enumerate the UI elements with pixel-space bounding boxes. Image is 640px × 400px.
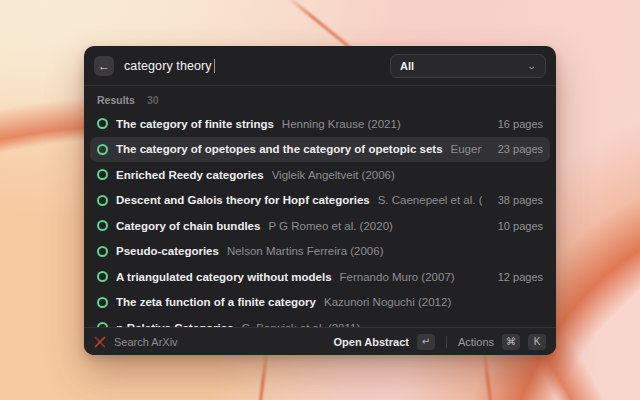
titlebar: ← category theory All ⌄ xyxy=(84,46,556,86)
status-ring-icon xyxy=(97,246,108,257)
paper-title: The category of finite strings xyxy=(116,118,274,130)
paper-author: P G Romeo et al. (2020) xyxy=(268,220,392,232)
paper-title: A triangulated category without models xyxy=(116,271,332,283)
paper-author: Kazunori Noguchi (2012) xyxy=(324,296,451,308)
enter-keycap: ↵ xyxy=(417,334,435,350)
search-input[interactable]: category theory xyxy=(124,59,380,73)
k-keycap: K xyxy=(528,334,546,350)
results-label: Results xyxy=(97,94,135,106)
status-ring-icon xyxy=(97,195,108,206)
background-swirl-line xyxy=(259,350,269,400)
paper-author: Nelson Martins Ferreira (2006) xyxy=(227,245,384,257)
actions-button[interactable]: Actions xyxy=(458,336,494,348)
status-ring-icon xyxy=(97,271,108,282)
paper-pages: 10 pages xyxy=(498,220,543,232)
status-ring-icon xyxy=(97,220,108,231)
paper-title: The zeta function of a finite category xyxy=(116,296,316,308)
background-swirl-line xyxy=(483,350,493,400)
filter-dropdown[interactable]: All ⌄ xyxy=(390,54,546,78)
arxiv-x-icon xyxy=(94,336,106,348)
back-button[interactable]: ← xyxy=(94,56,114,76)
list-item[interactable]: A triangulated category without models F… xyxy=(90,264,550,290)
cmd-keycap: ⌘ xyxy=(502,334,520,350)
paper-pages: 38 pages xyxy=(498,194,543,206)
paper-title: Pseudo-categories xyxy=(116,245,219,257)
paper-title: Enriched Reedy categories xyxy=(116,169,264,181)
status-ring-icon xyxy=(97,118,108,129)
paper-author: S. Caenepeel et al. (2017) xyxy=(378,194,482,206)
paper-pages: 16 pages xyxy=(498,118,543,130)
open-abstract-button[interactable]: Open Abstract xyxy=(334,336,409,348)
results-header: Results 30 xyxy=(84,86,556,110)
status-ring-icon xyxy=(97,169,108,180)
list-item[interactable]: The category of finite strings Henning K… xyxy=(90,111,550,137)
chevron-down-icon: ⌄ xyxy=(527,61,538,71)
paper-author: Vigleik Angeltveit (2006) xyxy=(272,169,395,181)
search-query-text: category theory xyxy=(124,59,212,73)
list-item[interactable]: Enriched Reedy categories Vigleik Angelt… xyxy=(90,162,550,188)
paper-author: Henning Krause (2021) xyxy=(282,118,401,130)
list-item[interactable]: The zeta function of a finite category K… xyxy=(90,290,550,316)
footer-bar: Search ArXiv Open Abstract ↵ Actions ⌘ K xyxy=(84,327,556,355)
paper-author: Eugenia Cheng (2003) xyxy=(451,143,482,155)
list-item[interactable]: Category of chain bundles P G Romeo et a… xyxy=(90,213,550,239)
paper-title: The category of opetopes and the categor… xyxy=(116,143,443,155)
paper-pages: 12 pages xyxy=(498,271,543,283)
list-item[interactable]: Descent and Galois theory for Hopf categ… xyxy=(90,188,550,214)
search-window: ← category theory All ⌄ Results 30 The c… xyxy=(84,46,556,355)
list-item[interactable]: Pseudo-categories Nelson Martins Ferreir… xyxy=(90,239,550,265)
paper-title: Descent and Galois theory for Hopf categ… xyxy=(116,194,370,206)
results-count: 30 xyxy=(147,94,159,106)
results-list: The category of finite strings Henning K… xyxy=(84,110,556,327)
status-ring-icon xyxy=(97,144,108,155)
status-ring-icon xyxy=(97,297,108,308)
paper-author: Fernando Muro (2007) xyxy=(340,271,455,283)
paper-title: Category of chain bundles xyxy=(116,220,260,232)
paper-pages: 23 pages xyxy=(498,143,543,155)
filter-dropdown-value: All xyxy=(400,60,414,72)
footer-divider xyxy=(446,336,447,348)
text-caret xyxy=(214,59,215,73)
list-item[interactable]: n-Relative Categories C. Barwick et al. … xyxy=(90,315,550,327)
arrow-left-icon: ← xyxy=(98,60,110,72)
app-name: Search ArXiv xyxy=(114,336,178,348)
list-item[interactable]: The category of opetopes and the categor… xyxy=(90,137,550,163)
